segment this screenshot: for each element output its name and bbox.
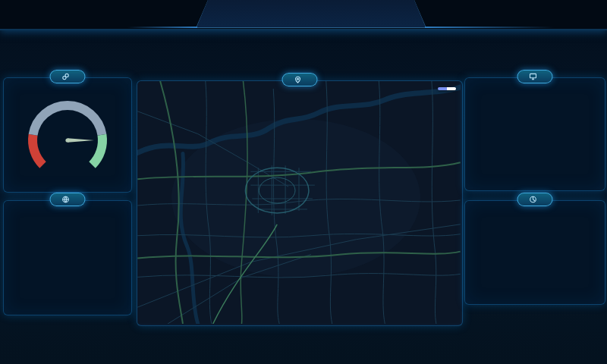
globe-icon [62,196,70,203]
map-viewport[interactable] [137,81,462,325]
link-icon [62,73,70,80]
satellite-mode-button[interactable] [447,87,456,90]
monitor-icon [530,73,537,80]
map-mode-button[interactable] [438,87,447,90]
app-title-frame [196,0,426,28]
map-type-toggle [438,87,456,90]
panel-network-type [3,200,132,315]
panel-project-map [137,80,463,326]
gauge-zone-grey [33,105,102,135]
panel-host-header [517,70,553,83]
device-stats-chart [465,216,605,301]
panel-host-type [464,77,605,191]
panel-map-header [282,73,318,86]
online-rate-gauge [4,92,131,189]
map-canvas[interactable] [137,81,461,324]
title-decor-right [425,27,554,28]
panel-online-rate-header [50,70,86,83]
panel-network-header [50,193,86,206]
top-nav [0,0,607,30]
panel-online-rate [3,77,132,193]
network-donut-chart [4,213,131,292]
host-type-chart [465,96,605,187]
gauge-zone-green [93,135,102,165]
title-decor-left [127,27,197,28]
page-title [197,0,426,27]
gauge-hub [65,138,69,142]
map-pin-icon [294,76,302,83]
gauge-zone-red [33,135,42,165]
panel-device-header [517,193,553,206]
stats-icon [530,196,537,203]
panel-device-stats [464,200,605,305]
gauge-needle [68,138,94,143]
